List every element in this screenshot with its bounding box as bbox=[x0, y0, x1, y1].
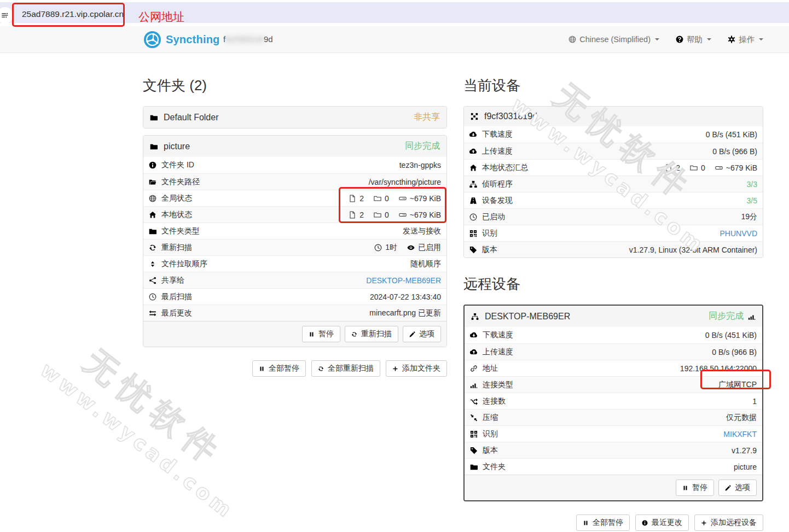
browser-address-bar: 25ad7889.r21.vip.cpolar.cn bbox=[0, 0, 789, 26]
table-row: 最后扫描 2024-07-22 13:43:40 bbox=[143, 288, 446, 305]
language-menu-label: Chinese (Simplified) bbox=[579, 35, 651, 44]
remote-device-id-link[interactable]: MIKXFKT bbox=[723, 430, 757, 439]
cloud-download-icon bbox=[469, 131, 477, 138]
remote-device-panel: DESKTOP-MEB69ER 同步完成 下载速度 0 B/s (451 KiB… bbox=[463, 305, 763, 501]
rescan-all-button[interactable]: 全部重新扫描 bbox=[311, 360, 380, 377]
table-row: 识别 MIKXFKT bbox=[465, 425, 762, 442]
listeners-value: 3/3 bbox=[747, 180, 757, 189]
folder-picture-header[interactable]: picture 同步完成 bbox=[143, 136, 446, 157]
link-icon bbox=[470, 365, 478, 372]
watch-status: 已启用 bbox=[418, 243, 441, 253]
cloud-upload-icon bbox=[469, 148, 477, 155]
pause-device-button[interactable]: 暂停 bbox=[676, 480, 714, 496]
signal-bars-icon bbox=[748, 313, 756, 320]
device-id-link[interactable]: PHUNVVD bbox=[720, 229, 757, 238]
watermark-url: www.wycad.com bbox=[36, 358, 239, 524]
table-row: 上传速度 0 B/s (966 B) bbox=[465, 343, 762, 360]
syncthing-logo-icon bbox=[144, 31, 161, 48]
add-folder-button[interactable]: 添加文件夹 bbox=[386, 360, 447, 377]
home-icon bbox=[149, 211, 156, 219]
address-bar-field[interactable]: 25ad7889.r21.vip.cpolar.cn bbox=[0, 2, 789, 23]
row-value: v1.27.9, Linux (32-bit ARM Container) bbox=[629, 245, 757, 254]
refresh-icon bbox=[318, 366, 324, 372]
pause-icon bbox=[583, 520, 589, 526]
shuffle-icon bbox=[470, 397, 478, 405]
pause-icon bbox=[259, 366, 265, 372]
chevron-down-icon bbox=[759, 38, 763, 40]
folder-default-header[interactable]: Default Folder 非共享 bbox=[143, 107, 446, 128]
add-remote-device-button[interactable]: 添加远程设备 bbox=[694, 515, 763, 531]
shared-device-link[interactable]: DESKTOP-MEB69ER bbox=[366, 276, 441, 285]
globe-icon bbox=[149, 195, 156, 202]
chevron-down-icon bbox=[655, 38, 659, 40]
qrcode-icon bbox=[470, 430, 478, 438]
row-value: 2024-07-22 13:43:40 bbox=[370, 293, 441, 301]
rescan-button[interactable]: 重新扫描 bbox=[345, 326, 398, 342]
tag-icon bbox=[470, 447, 478, 454]
table-row: 版本 v1.27.9, Linux (32-bit ARM Container) bbox=[464, 241, 763, 258]
folder-status: 非共享 bbox=[414, 112, 440, 123]
row-value: tez3n-gppks bbox=[399, 161, 441, 169]
row-value: 仅元数据 bbox=[726, 413, 757, 423]
cloud-download-icon bbox=[470, 331, 478, 339]
dir-count: 0 bbox=[701, 163, 705, 172]
pause-all-devices-button[interactable]: 全部暂停 bbox=[576, 515, 630, 531]
tag-icon bbox=[469, 246, 477, 254]
hdd-icon bbox=[399, 195, 407, 202]
hdd-icon bbox=[715, 164, 723, 172]
address-value: 192.168.50.164:22000 bbox=[680, 364, 757, 373]
clock-icon bbox=[469, 213, 477, 221]
page-url[interactable]: 25ad7889.r21.vip.cpolar.cn bbox=[22, 9, 124, 19]
row-value: 随机顺序 bbox=[410, 259, 441, 269]
pause-button[interactable]: 暂停 bbox=[302, 326, 340, 342]
actions-menu-label: 操作 bbox=[739, 34, 755, 45]
size-value: ~679 KiB bbox=[410, 211, 441, 219]
pencil-icon bbox=[409, 331, 415, 337]
folder-status: 同步完成 bbox=[405, 141, 440, 152]
row-value: 0 B/s (966 B) bbox=[712, 147, 757, 156]
connection-type-value: 广域网TCP bbox=[718, 380, 757, 390]
device-options-label: 选项 bbox=[735, 483, 750, 493]
row-label: 文件拉取顺序 bbox=[161, 259, 207, 269]
row-value: 19分 bbox=[741, 212, 757, 222]
row-label: 设备发现 bbox=[482, 196, 513, 206]
remote-device-header[interactable]: DESKTOP-MEB69ER 同步完成 bbox=[465, 306, 762, 327]
table-row: 文件夹路径 /var/syncthing/picture bbox=[143, 173, 446, 190]
pause-icon bbox=[682, 485, 688, 491]
recent-changes-button[interactable]: 最近更改 bbox=[635, 515, 689, 531]
refresh-icon bbox=[351, 331, 357, 337]
row-label: 连接类型 bbox=[483, 380, 513, 390]
row-label: 版本 bbox=[482, 245, 497, 255]
site-info-icon[interactable] bbox=[0, 7, 13, 24]
eye-icon bbox=[407, 244, 415, 252]
folder-outline-icon bbox=[690, 164, 698, 172]
file-icon bbox=[349, 195, 356, 202]
pause-icon bbox=[309, 331, 315, 337]
options-button-label: 选项 bbox=[419, 329, 434, 339]
row-label: 识别 bbox=[482, 229, 497, 238]
question-icon bbox=[676, 36, 683, 43]
help-menu[interactable]: 帮助 bbox=[676, 34, 711, 45]
this-device-header[interactable]: f9cf3031819d bbox=[464, 107, 763, 126]
device-options-button[interactable]: 选项 bbox=[718, 480, 757, 496]
folder-name: Default Folder bbox=[164, 113, 219, 122]
this-device-panel: f9cf3031819d 下载速度 0 B/s (451 KiB) 上传速度 0… bbox=[463, 106, 763, 258]
language-menu[interactable]: Chinese (Simplified) bbox=[568, 35, 659, 44]
row-label: 侦听程序 bbox=[482, 179, 513, 189]
table-row: 全局状态 2 0 ~679 KiB bbox=[143, 190, 446, 206]
row-label: 最后扫描 bbox=[161, 292, 192, 302]
public-url-annotation: 公网地址 bbox=[138, 9, 184, 25]
brand[interactable]: Syncthing bbox=[144, 31, 219, 48]
hdd-icon bbox=[399, 211, 407, 219]
row-label: 文件夹 bbox=[483, 462, 506, 472]
chevron-down-icon bbox=[707, 38, 711, 40]
pause-all-folders-button[interactable]: 全部暂停 bbox=[252, 360, 306, 377]
actions-menu[interactable]: 操作 bbox=[728, 34, 763, 45]
row-label: 下载速度 bbox=[483, 330, 513, 340]
local-device-name: f9cf303189d bbox=[223, 34, 273, 44]
table-row: 地址 192.168.50.164:22000 bbox=[465, 360, 762, 376]
add-remote-device-label: 添加远程设备 bbox=[711, 518, 757, 528]
options-button[interactable]: 选项 bbox=[403, 326, 441, 342]
help-menu-label: 帮助 bbox=[687, 34, 703, 45]
table-row: 压缩 仅元数据 bbox=[465, 409, 762, 425]
